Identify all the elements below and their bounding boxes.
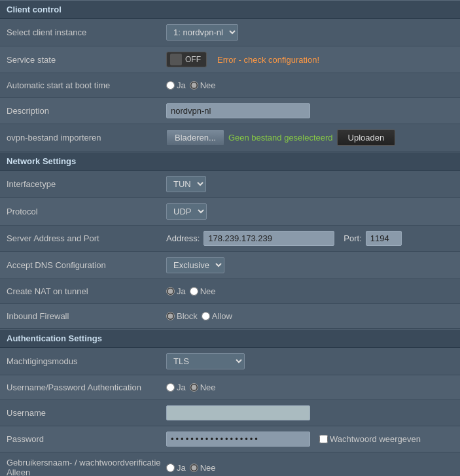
radio-ja-label[interactable]: Ja <box>166 80 186 90</box>
label-password: Password <box>7 434 166 444</box>
label-server-address: Server Address and Port <box>7 233 166 243</box>
row-accept-dns: Accept DNS Configuration Exclusive Allow… <box>0 252 460 279</box>
label-protocol: Protocol <box>7 207 166 216</box>
label-auto-start: Automatic start at boot time <box>7 80 166 90</box>
row-auto-start: Automatic start at boot time Ja Nee <box>0 73 460 98</box>
geb-radio-nee-input[interactable] <box>190 464 198 472</box>
label-select-client: Select client instance <box>7 27 166 37</box>
firewall-radio-allow-label[interactable]: Allow <box>202 311 232 321</box>
label-create-nat: Create NAT on tunnel <box>7 286 166 296</box>
label-description: Description <box>7 106 166 116</box>
firewall-radio-allow-input[interactable] <box>202 312 210 320</box>
section-header-network: Network Settings <box>0 152 460 171</box>
control-create-nat: Ja Nee <box>166 286 453 296</box>
select-client-dropdown[interactable]: 1: nordvpn-nl <box>166 24 238 41</box>
control-interfacetype: TUN TAP <box>166 176 453 192</box>
control-ovpn-import: Bladeren... Geen bestand geselecteerd Up… <box>166 129 453 146</box>
row-interfacetype: Interfacetype TUN TAP <box>0 171 460 198</box>
port-label: Port: <box>344 233 361 243</box>
label-ovpn-import: ovpn-bestand importeren <box>7 133 166 143</box>
row-gebruikersnaam-verificatie: Gebruikersnaam- / wachtwoordverificatie … <box>0 452 460 476</box>
label-machtigingsmodus: Machtigingsmodus <box>7 356 166 366</box>
label-service-state: Service state <box>7 55 166 65</box>
geb-radio-nee-label[interactable]: Nee <box>190 463 216 473</box>
row-service-state: Service state OFF Error - check configur… <box>0 46 460 73</box>
toggle-square-icon <box>170 54 182 65</box>
row-create-nat: Create NAT on tunnel Ja Nee <box>0 279 460 304</box>
auth-radio-ja-input[interactable] <box>166 383 175 392</box>
geb-radio-ja-input[interactable] <box>166 464 175 472</box>
password-input[interactable] <box>166 432 310 447</box>
radio-ja-input[interactable] <box>166 81 175 90</box>
interfacetype-select[interactable]: TUN TAP <box>166 176 206 192</box>
control-username-password-auth: Ja Nee <box>166 382 453 392</box>
section-header-auth: Authentication Settings <box>0 329 460 348</box>
section-auth-settings: Authentication Settings Machtigingsmodus… <box>0 329 460 476</box>
toggle-service-state[interactable]: OFF <box>166 52 207 67</box>
upload-button[interactable]: Uploaden <box>337 129 396 146</box>
address-label: Address: <box>166 233 200 243</box>
geb-radio-ja-label[interactable]: Ja <box>166 463 186 473</box>
port-input[interactable] <box>366 231 402 246</box>
label-username: Username <box>7 408 166 418</box>
no-file-text: Geen bestand geselecteerd <box>228 133 333 143</box>
section-network-settings: Network Settings Interfacetype TUN TAP P… <box>0 152 460 329</box>
show-password-checkbox[interactable] <box>319 435 328 443</box>
row-protocol: Protocol UDP TCP <box>0 198 460 226</box>
firewall-radio-block-input[interactable] <box>166 312 175 320</box>
control-protocol: UDP TCP <box>166 203 453 220</box>
nat-radio-nee-input[interactable] <box>190 287 198 296</box>
radio-nee-label[interactable]: Nee <box>190 80 216 90</box>
username-input[interactable] <box>166 405 310 420</box>
control-machtigingsmodus: TLS Password TLS + Password <box>166 353 453 369</box>
show-password-label[interactable]: Wachtwoord weergeven <box>319 434 421 444</box>
control-inbound-firewall: Block Allow <box>166 311 453 321</box>
control-server-address: Address: Port: <box>166 231 453 246</box>
blader-button[interactable]: Bladeren... <box>166 129 224 146</box>
control-accept-dns: Exclusive Allow Ignore <box>166 257 453 273</box>
section-header-client-control: Client control <box>0 0 460 19</box>
protocol-select[interactable]: UDP TCP <box>166 203 207 220</box>
control-service-state: OFF Error - check configuration! <box>166 52 453 67</box>
row-ovpn-import: ovpn-bestand importeren Bladeren... Geen… <box>0 124 460 152</box>
label-accept-dns: Accept DNS Configuration <box>7 260 166 270</box>
control-gebruikersnaam-verificatie: Ja Nee <box>166 463 453 473</box>
row-description: Description <box>0 98 460 124</box>
error-text: Error - check configuration! <box>217 55 319 65</box>
control-select-client: 1: nordvpn-nl <box>166 24 453 41</box>
row-username: Username <box>0 400 460 426</box>
firewall-radio-block-label[interactable]: Block <box>166 311 198 321</box>
control-auto-start: Ja Nee <box>166 80 453 90</box>
control-password: Wachtwoord weergeven <box>166 432 453 447</box>
label-gebruikersnaam-verificatie: Gebruikersnaam- / wachtwoordverificatie … <box>7 458 166 476</box>
row-machtigingsmodus: Machtigingsmodus TLS Password TLS + Pass… <box>0 348 460 375</box>
label-interfacetype: Interfacetype <box>7 179 166 189</box>
accept-dns-select[interactable]: Exclusive Allow Ignore <box>166 257 224 273</box>
row-inbound-firewall: Inbound Firewall Block Allow <box>0 304 460 329</box>
radio-nee-input[interactable] <box>190 81 198 90</box>
machtigingsmodus-select[interactable]: TLS Password TLS + Password <box>166 353 245 369</box>
control-description <box>166 103 453 118</box>
row-server-address: Server Address and Port Address: Port: <box>0 226 460 252</box>
row-password: Password Wachtwoord weergeven <box>0 426 460 452</box>
section-client-control: Client control Select client instance 1:… <box>0 0 460 152</box>
label-inbound-firewall: Inbound Firewall <box>7 311 166 321</box>
row-select-client: Select client instance 1: nordvpn-nl <box>0 19 460 46</box>
nat-radio-nee-label[interactable]: Nee <box>190 286 216 296</box>
row-username-password-auth: Username/Password Authentication Ja Nee <box>0 375 460 400</box>
auth-radio-nee-label[interactable]: Nee <box>190 382 216 392</box>
toggle-label: OFF <box>185 55 201 64</box>
description-input[interactable] <box>166 103 310 118</box>
label-username-password-auth: Username/Password Authentication <box>7 382 166 392</box>
control-username <box>166 405 453 420</box>
auth-radio-ja-label[interactable]: Ja <box>166 382 186 392</box>
auth-radio-nee-input[interactable] <box>190 383 198 392</box>
nat-radio-ja-label[interactable]: Ja <box>166 286 186 296</box>
nat-radio-ja-input[interactable] <box>166 287 175 296</box>
address-input[interactable] <box>203 231 334 246</box>
